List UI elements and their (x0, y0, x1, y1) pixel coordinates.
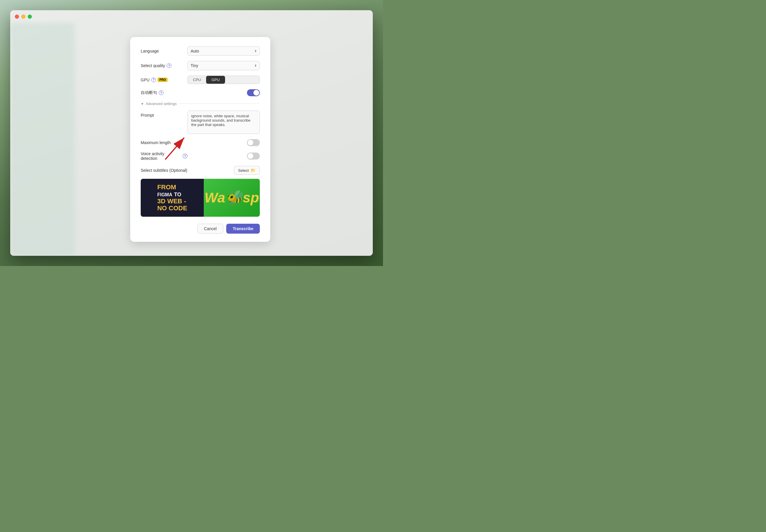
select-button-label: Select (238, 168, 249, 173)
quality-row: Select quality ? Tiny Base Small Medium … (141, 61, 260, 70)
window-content: Language Auto English Chinese Japanese ⬍… (10, 23, 373, 256)
quality-help-icon[interactable]: ? (167, 63, 171, 68)
advanced-divider (178, 104, 260, 104)
advanced-section: ▼ Advanced settings Prompt ignore noise,… (141, 101, 260, 217)
wasp-text: Wa🐝sp (204, 190, 259, 206)
gpu-row: GPU ? PRO CPU GPU (141, 76, 260, 84)
language-select[interactable]: Auto English Chinese Japanese (187, 46, 260, 56)
close-button[interactable] (15, 15, 19, 19)
transcribe-button[interactable]: Transcribe (226, 224, 260, 234)
cpu-button[interactable]: CPU (188, 76, 206, 84)
vad-help-icon[interactable]: ? (183, 154, 187, 158)
language-control: Auto English Chinese Japanese ⬍ (187, 46, 260, 56)
gpu-help-icon[interactable]: ? (151, 78, 156, 82)
prompt-textarea[interactable]: ignore noise, white space, musical backg… (187, 111, 260, 134)
max-length-label: Maximum length (141, 140, 187, 145)
auto-sentence-control (187, 89, 260, 96)
auto-sentence-help-icon[interactable]: ? (159, 90, 163, 95)
dialog-footer: Cancel Transcribe (141, 224, 260, 234)
gpu-toggle-control: CPU GPU (187, 76, 260, 84)
gpu-button[interactable]: GPU (206, 76, 225, 84)
maximize-button[interactable] (28, 15, 32, 19)
auto-sentence-toggle[interactable] (247, 89, 260, 96)
sidebar-blur (10, 23, 74, 256)
gpu-label: GPU ? PRO (141, 78, 187, 82)
collapse-icon[interactable]: ▼ (141, 102, 144, 106)
vad-label: Voice activity detection ? (141, 151, 187, 161)
language-row: Language Auto English Chinese Japanese ⬍ (141, 46, 260, 56)
thumbnail-area: FROM FIGMA TO 3D WEB - NO CODE Wa🐝sp (141, 179, 260, 217)
thumbnail-left: FROM FIGMA TO 3D WEB - NO CODE (141, 179, 204, 217)
cancel-button[interactable]: Cancel (198, 224, 224, 234)
titlebar (10, 10, 373, 23)
max-length-control (187, 139, 260, 146)
vad-toggle[interactable] (247, 153, 260, 160)
vad-control (187, 153, 260, 160)
auto-sentence-row: 自动断句 ? (141, 89, 260, 96)
advanced-header: ▼ Advanced settings (141, 101, 260, 106)
main-window: Language Auto English Chinese Japanese ⬍… (10, 10, 373, 256)
minimize-button[interactable] (21, 15, 25, 19)
prompt-row: Prompt ignore noise, white space, musica… (141, 111, 260, 134)
folder-icon: 📁 (251, 168, 256, 173)
quality-control: Tiny Base Small Medium Large ⬍ (187, 61, 260, 70)
pro-badge: PRO (157, 78, 167, 82)
quality-select[interactable]: Tiny Base Small Medium Large (187, 61, 260, 70)
prompt-label: Prompt (141, 111, 187, 118)
quality-label: Select quality ? (141, 63, 187, 68)
settings-dialog: Language Auto English Chinese Japanese ⬍… (130, 37, 270, 242)
auto-sentence-label: 自动断句 ? (141, 90, 187, 95)
select-file-button[interactable]: Select 📁 (234, 166, 260, 175)
advanced-settings-label: Advanced settings (146, 101, 176, 106)
language-label: Language (141, 49, 187, 53)
gpu-toggle-group: CPU GPU (187, 76, 260, 84)
vad-row: Voice activity detection ? (141, 151, 260, 161)
subtitles-row: Select subtitles (Optional) Select 📁 (141, 166, 260, 175)
thumbnail-left-text: FROM FIGMA TO 3D WEB - NO CODE (157, 184, 187, 212)
max-length-row: Maximum length (141, 139, 260, 146)
thumbnail-right: Wa🐝sp (204, 179, 260, 217)
subtitles-label: Select subtitles (Optional) (141, 168, 234, 173)
max-length-toggle[interactable] (247, 139, 260, 146)
